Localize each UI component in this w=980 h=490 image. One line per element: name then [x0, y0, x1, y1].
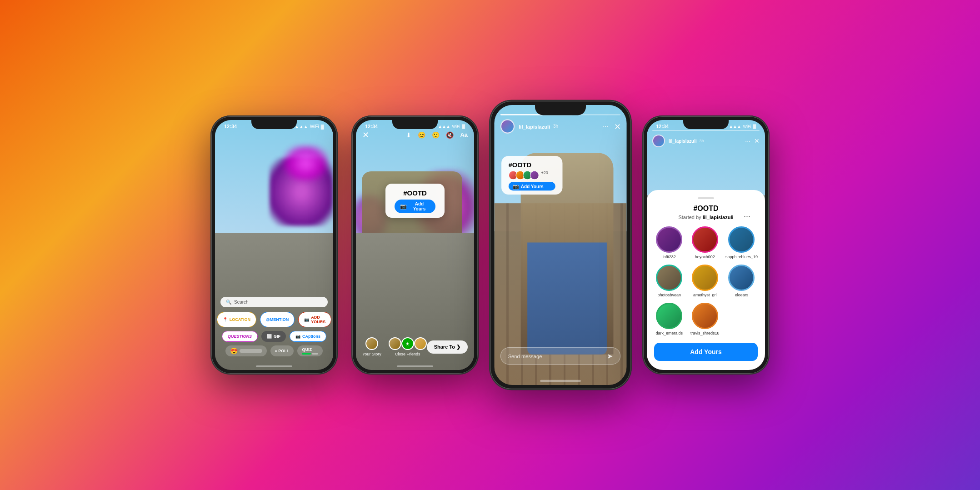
addyours-icon-2: 📷	[400, 203, 407, 210]
emoji-icon: 😍	[230, 347, 238, 355]
more-icon-3[interactable]: ···	[602, 122, 609, 131]
addyours-btn-2[interactable]: 📷 Add Yours	[395, 200, 435, 213]
addyours-icon-3: 📷	[513, 183, 519, 189]
gif-icon: ⬜	[267, 334, 272, 339]
modal-more-icon[interactable]: ···	[744, 212, 750, 221]
participant-avatar-2	[728, 226, 755, 253]
poll-label: ≡ POLL	[275, 349, 290, 353]
notch-1	[251, 120, 297, 129]
sticker-add-yours-1[interactable]: 📷 ADD YOURS	[298, 312, 331, 327]
mini-avatars: +20	[509, 170, 555, 180]
battery-icon-1: ▓	[321, 124, 324, 129]
participant-avatar-5	[728, 265, 755, 291]
more-icon-4[interactable]: ···	[745, 137, 750, 145]
story-user-avatar-4	[652, 135, 665, 147]
participant-3[interactable]: photosbyean	[654, 265, 684, 297]
participant-avatar-6	[656, 303, 682, 329]
share-to-button[interactable]: Share To ❯	[427, 340, 468, 354]
started-by-user: lil_lapislazuli	[703, 215, 734, 220]
plus-count: +20	[541, 170, 548, 180]
text-icon[interactable]: Aa	[460, 131, 468, 139]
wifi-icon-1: WiFi	[310, 124, 319, 129]
your-story-label: Your Story	[362, 352, 381, 356]
send-icon[interactable]: ➤	[607, 352, 613, 360]
story-username-4: lil_lapislazuli	[669, 139, 697, 144]
home-indicator-2	[397, 365, 433, 367]
signal-icon-4: ▲▲▲	[729, 124, 741, 129]
addyours-hashtag: #OOTD	[395, 189, 435, 197]
notch-4	[683, 120, 729, 129]
story-user-info: lil_lapislazuli 3h ··· ✕	[494, 119, 626, 133]
message-placeholder: Send message	[508, 353, 542, 359]
sticker-gif[interactable]: ⬜ GIF	[261, 331, 286, 342]
your-story-avatar	[365, 337, 378, 350]
add-yours-cta-label: Add Yours	[690, 348, 722, 355]
modal-subtitle: Started by lil_lapislazuli	[654, 215, 758, 220]
participant-7[interactable]: travis_shreds18	[690, 303, 720, 335]
add-yours-cta-button[interactable]: Add Yours	[654, 343, 758, 361]
participant-avatar-3	[656, 265, 682, 291]
sticker-mention[interactable]: @MENTION	[260, 312, 295, 327]
phones-container: 12:34 ▲▲▲ WiFi ▓ 🔍 Search 📍	[0, 0, 980, 490]
mute-icon[interactable]: 🔇	[446, 131, 454, 139]
home-indicator-3	[540, 380, 581, 382]
close-friends-avatar-1	[389, 337, 401, 350]
sticker-poll[interactable]: ≡ POLL	[270, 345, 294, 356]
sticker-captions[interactable]: 📷 CAptIons	[290, 331, 326, 342]
participant-6[interactable]: dark_emeralds	[654, 303, 684, 335]
sticker-icon[interactable]: 🙂	[432, 131, 440, 139]
story-actions-3: ··· ✕	[602, 121, 620, 131]
participant-4[interactable]: amethyst_grl	[690, 265, 720, 297]
battery-icon-2: ▓	[462, 124, 465, 129]
location-icon: 📍	[223, 317, 228, 322]
addyours-overlay-3[interactable]: #OOTD +20 📷 Add Yours	[501, 156, 562, 195]
addyours-btn-3[interactable]: 📷 Add Yours	[509, 182, 555, 190]
sticker-row-2: QUESTIONS ⬜ GIF 📷 CAptIons	[220, 331, 328, 342]
search-icon-small: 🔍	[226, 300, 231, 305]
addyours-label-3: Add Yours	[521, 184, 544, 189]
close-button-2[interactable]: ✕	[362, 130, 369, 140]
sticker-questions[interactable]: QUESTIONS	[222, 331, 258, 342]
sticker-quiz[interactable]: QUIZ	[297, 345, 323, 356]
wifi-icon-4: WiFi	[743, 124, 751, 129]
participant-name-1: heyach002	[695, 255, 715, 259]
participant-2[interactable]: sapphireblues_19	[725, 226, 758, 259]
participant-0[interactable]: lofti232	[654, 226, 684, 259]
participant-name-7: travis_shreds18	[690, 331, 720, 335]
story-user-avatar	[500, 119, 515, 133]
close-friends-option[interactable]: ★ Close Friends	[389, 337, 427, 356]
story-username: lil_lapislazuli	[519, 124, 550, 129]
addyours-sticker-card[interactable]: #OOTD 📷 Add Yours	[385, 184, 445, 218]
participant-name-3: photosbyean	[657, 293, 681, 297]
share-to-label: Share To ❯	[434, 344, 460, 350]
close-friends-avatar-2: ★	[401, 337, 414, 350]
emoji-picker-icon[interactable]: 😊	[418, 131, 425, 139]
close-icon-4[interactable]: ✕	[754, 137, 760, 145]
sticker-tray: 🔍 Search 📍 LOCATION @MENTION 📷 ADD YOURS	[215, 297, 333, 356]
modal-handle	[698, 197, 714, 199]
sticker-location[interactable]: 📍 LOCATION	[217, 312, 256, 327]
username-time: lil_lapislazuli 3h	[519, 124, 598, 129]
phone-3: lil_lapislazuli 3h ··· ✕ #OOTD +20	[489, 100, 632, 390]
participant-5[interactable]: eloears	[725, 265, 758, 297]
location-label: LOCATION	[230, 317, 250, 322]
participant-name-6: dark_emeralds	[655, 331, 683, 335]
phone2-background	[356, 120, 474, 370]
download-icon[interactable]: ⬇	[406, 131, 411, 139]
started-by-label: Started by	[678, 215, 701, 220]
your-story-option[interactable]: Your Story	[362, 337, 381, 356]
overlay-hashtag-3: #OOTD	[509, 161, 555, 169]
status-time-2: 12:34	[365, 124, 378, 129]
sticker-search-bar[interactable]: 🔍 Search	[220, 297, 328, 307]
phone2-bottom: Your Story ★ Close Friends Share To ❯	[356, 337, 474, 356]
participant-avatar-7	[692, 303, 718, 329]
sticker-row-3: 😍 ≡ POLL QUIZ	[220, 345, 328, 356]
status-icons-1: ▲▲▲ WiFi ▓	[295, 124, 324, 129]
story-time-4: 3h	[700, 139, 704, 143]
participant-1[interactable]: heyach002	[690, 226, 720, 259]
close-icon-3[interactable]: ✕	[614, 121, 621, 131]
message-bar[interactable]: Send message ➤	[500, 347, 620, 365]
sticker-emoji[interactable]: 😍	[225, 345, 267, 356]
signal-icon-1: ▲▲▲	[295, 124, 308, 129]
participant-avatar-4	[692, 265, 718, 291]
